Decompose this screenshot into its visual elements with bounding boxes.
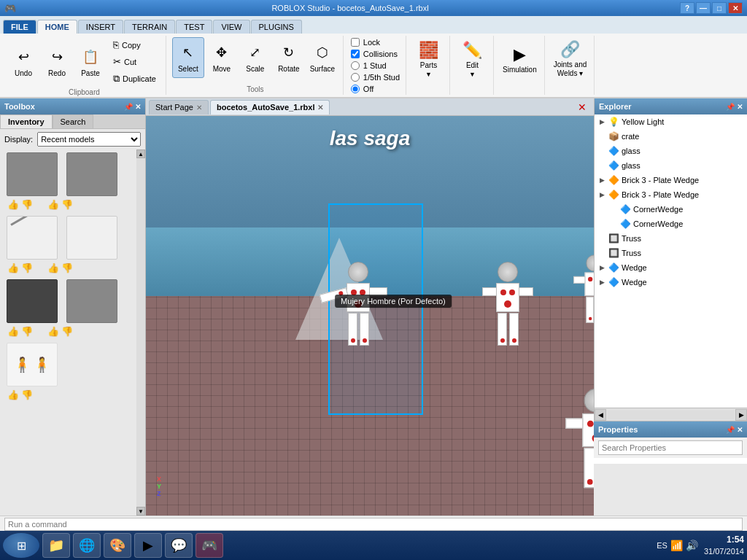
explorer-item-crate[interactable]: ▶ 📦 crate	[595, 129, 747, 144]
joints-button[interactable]: 🔗 Joints andWelds ▾	[551, 37, 590, 81]
cut-button[interactable]: ✂ Cut	[108, 54, 161, 69]
explorer-scrollbar-h[interactable]	[608, 411, 734, 419]
simulation-button[interactable]: ▶ Simulation	[500, 37, 540, 81]
tab-start-page-close[interactable]: ✕	[196, 104, 202, 112]
properties-pin-button[interactable]: 📌	[726, 426, 735, 434]
thumbs-up-1[interactable]: 👍	[7, 199, 19, 210]
stud1-radio[interactable]	[351, 61, 360, 70]
taskbar-app-roblox[interactable]: 🎮	[196, 533, 223, 558]
explorer-scroll-left[interactable]: ◀	[595, 409, 606, 421]
ribbon: FILE HOME INSERT TERRAIN TEST VIEW PLUGI…	[0, 16, 747, 98]
maximize-button[interactable]: □	[712, 2, 727, 14]
thumbs-up-6[interactable]: 👍	[47, 326, 59, 337]
command-input[interactable]	[4, 518, 743, 531]
explorer-item-corner-wedge-1[interactable]: ▶ 🔷 CornerWedge	[595, 202, 747, 217]
properties-close-button[interactable]: ✕	[737, 426, 743, 434]
ribbon-tab-view[interactable]: VIEW	[213, 20, 249, 34]
explorer-item-brick-wedge-2[interactable]: ▶ 🔶 Brick 3 - Plate Wedge	[595, 187, 747, 202]
toolbox-item-4[interactable]	[63, 216, 121, 260]
toolbox-pin-button[interactable]: 📌	[124, 103, 133, 111]
explorer-item-wedge-2[interactable]: ▶ 🔷 Wedge	[595, 275, 747, 289]
toolbox-tab-search[interactable]: Search	[53, 114, 94, 128]
taskbar-app-explorer[interactable]: 📁	[42, 533, 70, 558]
taskbar-app-skype[interactable]: 💬	[165, 533, 193, 558]
close-button[interactable]: ✕	[728, 2, 743, 14]
thumbs-up-3[interactable]: 👍	[7, 262, 19, 273]
ribbon-tab-file[interactable]: FILE	[3, 20, 36, 34]
toolbox-item-1[interactable]	[3, 152, 61, 196]
toolbox-item-row-3	[3, 279, 133, 323]
thumbs-down-6[interactable]: 👎	[61, 326, 73, 337]
move-button[interactable]: ✥ Move	[206, 37, 238, 78]
explorer-scroll-right[interactable]: ▶	[735, 409, 747, 421]
explorer-item-yellow-light[interactable]: ▶ 💡 Yellow Light	[595, 114, 747, 129]
taskbar-clock[interactable]: 1:54 31/07/2014	[704, 534, 744, 557]
toolbox-item-2[interactable]	[63, 152, 121, 196]
toolbox-scroll-down[interactable]: ▼	[136, 507, 145, 516]
explorer-panel: Explorer 📌 ✕ ▶ 💡 Yellow Light ▶ 📦 crate	[594, 98, 747, 421]
edit-button[interactable]: ✏️ Edit ▼	[456, 37, 489, 81]
undo-button[interactable]: ↩ Undo	[7, 42, 39, 82]
taskbar-app-photoshop[interactable]: 🎨	[104, 533, 131, 558]
thumbs-down-4[interactable]: 👎	[61, 262, 73, 273]
thumbs-up-5[interactable]: 👍	[7, 326, 19, 337]
thumbs-down-5[interactable]: 👎	[21, 326, 33, 337]
copy-button[interactable]: ⎘ Copy	[108, 37, 161, 52]
ribbon-tab-plugins[interactable]: PLUGINS	[251, 20, 302, 34]
toolbox-item-3[interactable]	[3, 216, 61, 260]
minimize-button[interactable]: —	[696, 2, 711, 14]
thumbs-up-4[interactable]: 👍	[47, 262, 59, 273]
explorer-close-button[interactable]: ✕	[737, 103, 743, 111]
thumbs-up-7[interactable]: 👍	[7, 389, 19, 400]
ribbon-tab-insert[interactable]: INSERT	[78, 20, 123, 34]
rotate-button[interactable]: ↻ Rotate	[273, 37, 305, 78]
explorer-item-corner-wedge-2[interactable]: ▶ 🔷 CornerWedge	[595, 217, 747, 231]
collisions-checkbox[interactable]	[351, 50, 360, 58]
ribbon-tab-test[interactable]: TEST	[176, 20, 212, 34]
toolbox-scroll-up[interactable]: ▲	[136, 149, 145, 158]
tab-start-page[interactable]: Start Page ✕	[149, 100, 209, 114]
thumbs-up-2[interactable]: 👍	[47, 199, 59, 210]
explorer-arrow-10: ▶	[597, 263, 606, 272]
viewport-close-button[interactable]: ✕	[573, 100, 591, 114]
explorer-item-glass-2[interactable]: ▶ 🔷 glass	[595, 158, 747, 173]
toolbox-close-button[interactable]: ✕	[135, 103, 141, 111]
explorer-item-truss-1[interactable]: ▶ 🔲 Truss	[595, 231, 747, 246]
move-icon: ✥	[212, 42, 232, 63]
select-button[interactable]: ↖ Select	[172, 37, 204, 78]
display-select[interactable]: Recent models My models Free models	[37, 132, 141, 147]
taskbar-app-chrome[interactable]: 🌐	[73, 533, 101, 558]
redo-button[interactable]: ↪ Redo	[41, 42, 73, 82]
help-button[interactable]: ?	[680, 2, 694, 14]
explorer-item-truss-2[interactable]: ▶ 🔲 Truss	[595, 246, 747, 260]
taskbar-app-media[interactable]: ▶	[134, 533, 162, 558]
start-button[interactable]: ⊞	[3, 533, 39, 558]
thumbs-down-2[interactable]: 👎	[61, 199, 73, 210]
stud-off-radio[interactable]	[351, 85, 360, 93]
tab-file-close[interactable]: ✕	[317, 104, 323, 112]
scale-button[interactable]: ⤢ Scale	[239, 37, 271, 78]
stud-fifth-radio[interactable]	[351, 73, 360, 82]
toolbox-item-7[interactable]: 🧍 🧍	[3, 343, 61, 386]
paste-button[interactable]: 📋 Paste	[74, 42, 107, 82]
surface-button[interactable]: ⬡ Surface	[306, 37, 338, 78]
ribbon-tab-home[interactable]: HOME	[37, 20, 77, 34]
thumbs-down-1[interactable]: 👎	[21, 199, 33, 210]
main-area: Toolbox 📌 ✕ Inventory Search Display: Re…	[0, 98, 747, 516]
explorer-item-brick-wedge-1[interactable]: ▶ 🔶 Brick 3 - Plate Wedge	[595, 173, 747, 187]
toolbox-item-6[interactable]	[63, 279, 121, 323]
explorer-pin-button[interactable]: 📌	[726, 103, 735, 111]
parts-button[interactable]: 🧱 Parts ▼	[412, 37, 445, 81]
ribbon-tab-terrain[interactable]: TERRAIN	[124, 20, 175, 34]
explorer-item-glass-1[interactable]: ▶ 🔷 glass	[595, 144, 747, 158]
lock-checkbox[interactable]	[351, 38, 360, 47]
tab-viewport-file[interactable]: bocetos_AutoSave_1.rbxl ✕	[210, 100, 330, 114]
properties-search-input[interactable]	[598, 440, 743, 455]
thumbs-down-3[interactable]: 👎	[21, 262, 33, 273]
thumbs-down-7[interactable]: 👎	[21, 389, 33, 400]
explorer-item-wedge-1[interactable]: ▶ 🔷 Wedge	[595, 260, 747, 275]
viewport-canvas[interactable]: las saga	[146, 116, 594, 516]
toolbox-item-5[interactable]	[3, 279, 61, 323]
toolbox-tab-inventory[interactable]: Inventory	[0, 114, 53, 128]
duplicate-button[interactable]: ⧉ Duplicate	[108, 71, 161, 87]
